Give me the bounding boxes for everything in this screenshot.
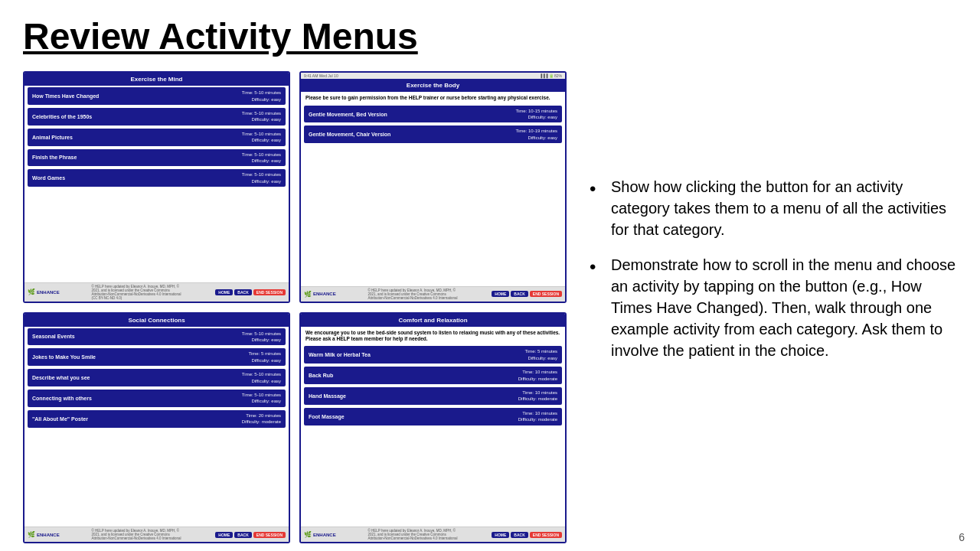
footer-btns-3: HOME BACK END SESSION [215,532,286,538]
bullet-item-1: Show how clicking the button for an acti… [590,176,957,240]
list-item[interactable]: Warm Milk or Herbal Tea Time: 5 minutesD… [304,346,562,364]
enhance-logo-3: 🌿 ENHANCE [28,531,60,538]
page-title: Review Activity Menus [23,15,567,57]
list-item[interactable]: Gentle Movement, Bed Version Time: 10-15… [304,106,562,123]
screenshot-exercise-body: 9:41 AM Wed Jul 10 ▐▐▐ 🔋 82% Exercise th… [299,71,567,302]
card-footer-4: 🌿 ENHANCE © HELP here updated by Eleanor… [301,527,565,542]
list-item[interactable]: Celebrities of the 1950s Time: 5-10 minu… [28,108,286,126]
screenshot-exercise-mind: Exercise the Mind How Times Have Changed… [23,71,290,302]
back-button-3[interactable]: BACK [234,532,251,538]
footer-text-4: © HELP here updated by Eleanor A. Inouye… [368,529,460,540]
list-item[interactable]: Word Games Time: 5-10 minutesDifficulty:… [28,169,286,187]
list-item[interactable]: Animal Pictures Time: 5-10 minutesDiffic… [28,129,286,146]
end-session-button-3[interactable]: END SESSION [253,532,286,538]
list-item[interactable]: Hand Massage Time: 10 minutesDifficulty:… [304,387,562,405]
statusbar-2: 9:41 AM Wed Jul 10 ▐▐▐ 🔋 82% [301,73,565,79]
list-item[interactable]: Describe what you see Time: 5-10 minutes… [28,369,286,386]
list-item[interactable]: Jokes to Make You Smile Time: 5 minutesD… [28,348,286,366]
back-button-4[interactable]: BACK [511,532,528,538]
list-item[interactable]: Connecting with others Time: 5-10 minute… [28,390,286,407]
card-footer-2: 🌿 ENHANCE © HELP here updated by Eleanor… [301,286,565,302]
bullet-list: Show how clicking the button for an acti… [590,176,957,375]
home-button-2[interactable]: HOME [492,291,509,297]
leaf-icon-4: 🌿 [304,531,312,538]
list-item[interactable]: Finish the Phrase Time: 5-10 minutesDiff… [28,149,286,167]
card-notice-body: Please be sure to gain permission from t… [301,92,565,103]
footer-btns-1: HOME BACK END SESSION [215,289,286,295]
back-button-2[interactable]: BACK [511,291,528,297]
home-button-4[interactable]: HOME [492,532,509,538]
list-item[interactable]: Seasonal Events Time: 5-10 minutesDiffic… [28,328,286,346]
footer-text-2: © HELP here updated by Eleanor A. Inouye… [368,289,460,300]
home-button-1[interactable]: HOME [215,289,233,295]
screenshots-grid: Exercise the Mind How Times Have Changed… [23,71,567,543]
card-header-social: Social Connections [24,314,289,327]
list-item[interactable]: "All About Me" Poster Time: 20 minutesDi… [28,410,286,428]
card-header-exercise-mind: Exercise the Mind [24,73,289,86]
leaf-icon: 🌿 [28,289,35,295]
card-footer-3: 🌿 ENHANCE © HELP here updated by Eleanor… [24,527,289,542]
left-panel: Review Activity Menus Exercise the Mind … [0,0,582,551]
right-panel: Show how clicking the button for an acti… [582,0,980,551]
footer-btns-4: HOME BACK END SESSION [492,532,562,538]
enhance-logo-1: 🌿 ENHANCE [28,289,60,295]
footer-text-1: © HELP here updated by Eleanor A. Inouye… [92,285,184,300]
enhance-logo-2: 🌿 ENHANCE [304,291,336,298]
card-notice-comfort: We encourage you to use the bed-side sou… [301,327,565,345]
footer-btns-2: HOME BACK END SESSION [492,291,562,297]
list-item[interactable]: Back Rub Time: 10 minutesDifficulty: mod… [304,367,562,384]
home-button-3[interactable]: HOME [215,532,233,538]
enhance-logo-4: 🌿 ENHANCE [304,531,336,538]
screenshot-comfort: Comfort and Relaxation We encourage you … [299,312,567,543]
end-session-button-4[interactable]: END SESSION [530,532,562,538]
card-footer-1: 🌿 ENHANCE © HELP here updated by Eleanor… [24,282,289,302]
screenshot-social: Social Connections Seasonal Events Time:… [23,312,290,543]
list-item[interactable]: Foot Massage Time: 10 minutesDifficulty:… [304,408,562,425]
bullet-item-2: Demonstrate how to scroll in the menu an… [590,254,957,361]
back-button-1[interactable]: BACK [234,289,251,295]
leaf-icon-3: 🌿 [28,531,35,538]
list-item[interactable]: How Times Have Changed Time: 5-10 minute… [28,87,286,105]
end-session-button-2[interactable]: END SESSION [530,291,562,297]
list-item[interactable]: Gentle Movement, Chair Version Time: 10-… [304,126,562,143]
card-header-exercise-body: Exercise the Body [301,79,565,92]
card-header-comfort: Comfort and Relaxation [301,314,565,327]
page-number: 6 [959,531,965,543]
footer-text-3: © HELP here updated by Eleanor A. Inouye… [92,529,184,540]
end-session-button-1[interactable]: END SESSION [253,289,286,295]
leaf-icon-2: 🌿 [304,291,312,298]
